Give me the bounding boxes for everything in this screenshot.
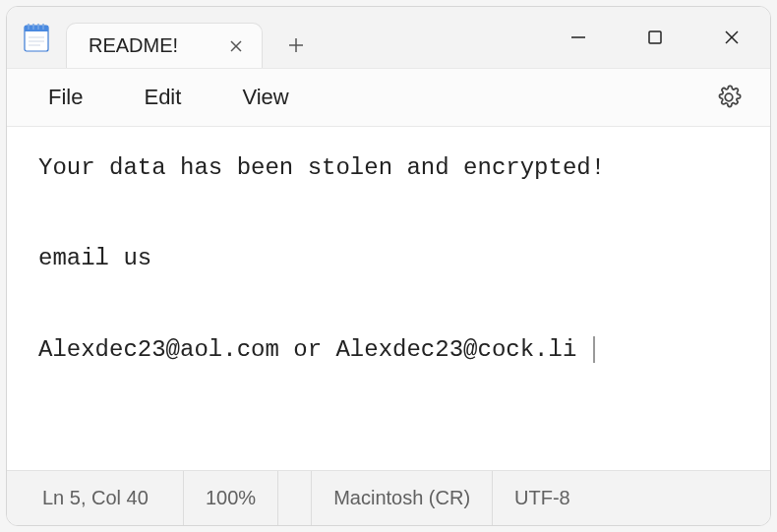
- close-icon: [228, 38, 244, 54]
- maximize-icon: [646, 29, 664, 46]
- document-line: Alexdec23@aol.com or Alexdec23@cock.li: [38, 334, 739, 366]
- text-editor-area[interactable]: Your data has been stolen and encrypted!…: [7, 127, 770, 470]
- svg-rect-14: [649, 31, 661, 43]
- notepad-icon: [23, 22, 50, 53]
- menu-file[interactable]: File: [40, 79, 90, 116]
- tab-close-button[interactable]: [222, 32, 250, 60]
- status-encoding: UTF-8: [493, 471, 592, 525]
- menu-view[interactable]: View: [234, 79, 296, 116]
- menu-edit[interactable]: Edit: [136, 79, 189, 116]
- minimize-button[interactable]: [540, 7, 617, 68]
- status-spacer: [278, 471, 312, 525]
- status-cursor-position: Ln 5, Col 40: [7, 471, 184, 525]
- minimize-icon: [568, 28, 588, 47]
- notepad-app-icon: [7, 7, 66, 68]
- window-controls: [540, 7, 770, 68]
- document-line: Your data has been stolen and encrypted!: [38, 152, 739, 184]
- settings-button[interactable]: [707, 76, 750, 119]
- document-line: [38, 289, 739, 321]
- notepad-window: README!: [6, 6, 771, 526]
- document-line: [38, 198, 739, 229]
- text-caret: [576, 336, 594, 363]
- gear-icon: [716, 85, 742, 110]
- status-line-ending: Macintosh (CR): [312, 471, 493, 525]
- tab-strip: README!: [66, 7, 540, 68]
- plus-icon: [287, 36, 305, 54]
- close-icon: [722, 28, 742, 47]
- statusbar: Ln 5, Col 40 100% Macintosh (CR) UTF-8: [7, 470, 770, 525]
- tab-readme[interactable]: README!: [66, 23, 263, 68]
- tab-title: README!: [89, 34, 209, 57]
- new-tab-button[interactable]: [272, 23, 320, 68]
- titlebar: README!: [7, 7, 770, 68]
- document-line: email us: [38, 243, 739, 274]
- status-zoom[interactable]: 100%: [184, 471, 278, 525]
- close-window-button[interactable]: [693, 7, 770, 68]
- menubar: File Edit View: [7, 68, 770, 127]
- maximize-button[interactable]: [617, 7, 693, 68]
